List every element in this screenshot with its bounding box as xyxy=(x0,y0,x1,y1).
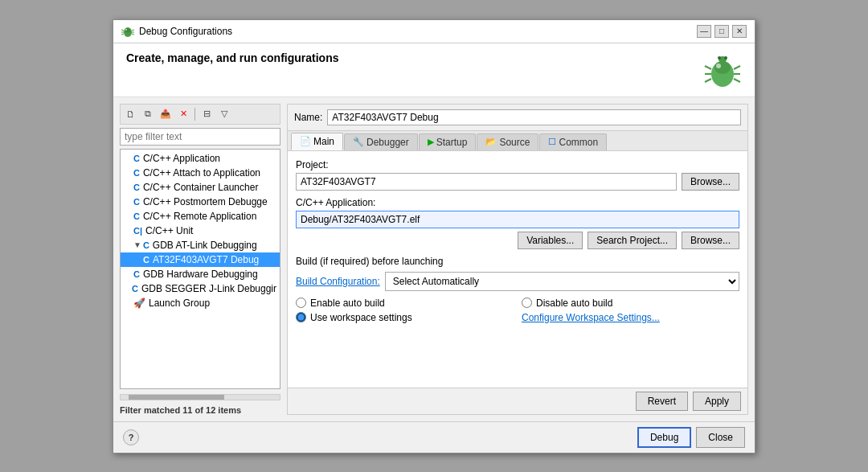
config-name-input[interactable] xyxy=(327,109,741,125)
close-button[interactable]: Close xyxy=(696,427,745,448)
radio-enable-auto-build: Enable auto build xyxy=(296,298,514,309)
source-tab-icon: 📂 xyxy=(485,137,497,147)
filter-button[interactable]: ▽ xyxy=(216,106,232,122)
project-field-group: Project: Browse... xyxy=(296,159,739,191)
search-project-button[interactable]: Search Project... xyxy=(588,232,677,249)
name-label: Name: xyxy=(294,112,322,123)
collapse-button[interactable]: ⊟ xyxy=(199,106,215,122)
gdb-segger-icon: C xyxy=(132,284,138,293)
workspace-settings-radio[interactable] xyxy=(296,312,306,322)
radio-disable-auto-build: Disable auto build xyxy=(522,298,739,309)
gdb-segger-label: GDB SEGGER J-Link Debuggir xyxy=(141,283,276,294)
launch-group-icon: 🚀 xyxy=(133,298,145,309)
help-button[interactable]: ? xyxy=(123,429,139,445)
tab-main-label: Main xyxy=(313,136,334,147)
build-section-title: Build (if required) before launching xyxy=(296,256,739,267)
project-input[interactable] xyxy=(296,173,677,191)
export-config-button[interactable]: 📤 xyxy=(158,106,174,122)
build-section: Build (if required) before launching Bui… xyxy=(296,256,739,323)
svg-line-8 xyxy=(132,34,134,35)
tab-common-label: Common xyxy=(559,137,598,148)
tab-debugger[interactable]: 🔧 Debugger xyxy=(344,133,418,150)
footer-right: Debug Close xyxy=(637,427,745,448)
tree-item-cpp-attach[interactable]: C C/C++ Attach to Application xyxy=(121,166,280,180)
debug-button[interactable]: Debug xyxy=(637,427,691,448)
filter-of: of xyxy=(195,405,206,415)
tree-item-gdb-hardware[interactable]: C GDB Hardware Debugging xyxy=(121,267,280,281)
tree-item-cpp-app[interactable]: C C/C++ Application xyxy=(121,151,280,166)
dialog-title: Debug Configurations xyxy=(139,26,232,37)
configure-workspace-link[interactable]: Configure Workspace Settings... xyxy=(522,312,660,323)
tree-item-gdb-segger[interactable]: C GDB SEGGER J-Link Debuggir xyxy=(121,281,280,296)
filter-status-text: Filter matched xyxy=(120,405,180,415)
cpp-unit-label: C/C++ Unit xyxy=(145,225,193,236)
launch-group-label: Launch Group xyxy=(149,298,210,309)
app-input-row xyxy=(296,211,739,228)
build-config-select[interactable]: Select Automatically xyxy=(385,272,739,291)
cpp-container-icon: C xyxy=(133,183,140,192)
tab-source-label: Source xyxy=(499,137,530,148)
tabs-bar: 📄 Main 🔧 Debugger ▶ Startup 📂 Source ☐ xyxy=(288,131,747,151)
tree-item-at32f403[interactable]: C AT32F403AVGT7 Debug xyxy=(121,252,280,267)
at32-label: AT32F403AVGT7 Debug xyxy=(153,254,259,265)
cpp-attach-icon: C xyxy=(133,168,140,178)
dialog-footer: ? Debug Close xyxy=(113,421,755,453)
cpp-remote-icon: C xyxy=(133,211,140,221)
radio-workspace-settings: Use workspace settings xyxy=(296,312,514,323)
duplicate-config-button[interactable]: ⧉ xyxy=(140,106,156,122)
startup-tab-icon: ▶ xyxy=(428,137,434,147)
disable-auto-build-label: Disable auto build xyxy=(536,298,612,309)
tab-common[interactable]: ☐ Common xyxy=(539,133,607,150)
variables-button[interactable]: Variables... xyxy=(518,232,583,249)
app-label: C/C++ Application: xyxy=(296,197,739,208)
debug-title-icon xyxy=(121,25,134,38)
cpp-container-label: C/C++ Container Launcher xyxy=(143,182,258,193)
configure-workspace-link-item: Configure Workspace Settings... xyxy=(522,312,739,323)
config-name-row: Name: xyxy=(288,105,747,131)
maximize-button[interactable]: □ xyxy=(714,25,729,38)
svg-point-20 xyxy=(724,56,727,60)
workspace-settings-label: Use workspace settings xyxy=(310,312,412,323)
dialog-header: Create, manage, and run configurations xyxy=(113,43,755,97)
tree-item-cpp-remote[interactable]: C C/C++ Remote Application xyxy=(121,209,280,224)
tree-item-gdb-atlink[interactable]: ▼ C GDB AT-Link Debugging xyxy=(121,238,280,252)
bug-header-icon xyxy=(703,51,742,90)
tree-scrollbar[interactable] xyxy=(120,394,280,400)
tab-debugger-label: Debugger xyxy=(366,137,409,148)
disable-auto-build-radio[interactable] xyxy=(522,298,532,308)
apply-button[interactable]: Apply xyxy=(693,392,741,411)
svg-line-15 xyxy=(705,79,711,82)
main-tab-icon: 📄 xyxy=(300,136,311,146)
window-controls: — □ ✕ xyxy=(697,25,747,38)
tree-item-launch-group[interactable]: 🚀 Launch Group xyxy=(121,296,280,310)
tree-item-cpp-unit[interactable]: C| C/C++ Unit xyxy=(121,224,280,238)
filter-matched-count: 11 xyxy=(182,405,192,415)
footer-left: ? xyxy=(123,429,139,445)
new-config-button[interactable]: 🗋 xyxy=(122,106,138,122)
tab-main[interactable]: 📄 Main xyxy=(291,133,343,150)
tree-item-cpp-postmortem[interactable]: C C/C++ Postmortem Debugge xyxy=(121,195,280,209)
minimize-button[interactable]: — xyxy=(697,25,711,38)
tab-source[interactable]: 📂 Source xyxy=(477,133,538,150)
gdb-atlink-icon: C xyxy=(143,240,149,250)
project-browse-button[interactable]: Browse... xyxy=(682,173,739,191)
revert-button[interactable]: Revert xyxy=(636,392,688,411)
app-browse-button[interactable]: Browse... xyxy=(682,232,739,249)
config-toolbar: 🗋 ⧉ 📤 ✕ ⊟ ▽ xyxy=(120,104,280,125)
tree-item-cpp-container[interactable]: C C/C++ Container Launcher xyxy=(121,180,280,195)
left-panel: 🗋 ⧉ 📤 ✕ ⊟ ▽ C C/C++ Application xyxy=(120,104,280,415)
title-bar: Debug Configurations — □ ✕ xyxy=(113,20,755,43)
enable-auto-build-radio[interactable] xyxy=(296,298,306,308)
svg-line-18 xyxy=(734,79,740,82)
filter-items-label: items xyxy=(218,405,241,415)
filter-input[interactable] xyxy=(120,128,280,146)
dialog-header-title: Create, manage, and run configurations xyxy=(126,51,339,64)
svg-line-5 xyxy=(121,34,124,35)
project-row: Browse... xyxy=(296,173,739,191)
common-tab-icon: ☐ xyxy=(548,137,556,147)
tab-startup[interactable]: ▶ Startup xyxy=(419,133,477,150)
close-window-button[interactable]: ✕ xyxy=(732,25,747,38)
delete-config-button[interactable]: ✕ xyxy=(175,106,191,122)
build-config-link[interactable]: Build Configuration: xyxy=(296,276,380,287)
app-input[interactable] xyxy=(296,211,739,228)
